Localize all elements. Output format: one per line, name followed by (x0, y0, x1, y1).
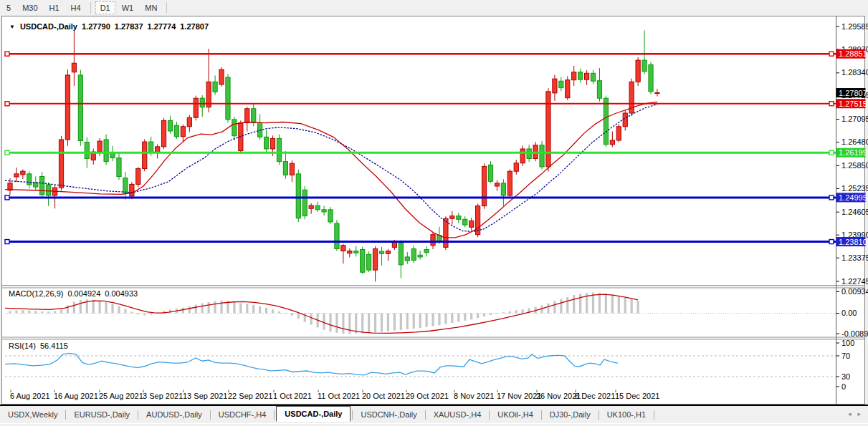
candle-body (495, 183, 499, 186)
date-label: 15 Dec 2021 (615, 392, 659, 400)
macd-histogram-bar (553, 301, 555, 313)
price-tick-label: 1.24605 (841, 208, 868, 216)
candle-body (354, 251, 358, 253)
date-label: 8 Nov 2021 (454, 392, 494, 400)
candle-body (469, 221, 474, 227)
candle-body (386, 251, 390, 254)
tab-usdcnh-daily[interactable]: USDCNH-,Daily (354, 408, 423, 421)
tab-scroll-right-icon[interactable]: ▸ (857, 410, 861, 417)
macd-histogram-bar (515, 310, 518, 313)
macd-histogram-bar (598, 293, 601, 314)
date-label: 6 Aug 2021 (10, 392, 50, 400)
macd-histogram-bar (41, 311, 43, 314)
candle-body (181, 127, 185, 137)
chart-canvas[interactable]: 1.295851.289701.283401.277251.270951.264… (0, 0, 868, 426)
tab-usdchf-h4[interactable]: USDCHF-,H4 (212, 408, 273, 421)
candle-body (27, 174, 32, 185)
macd-histogram-bar (272, 309, 274, 313)
macd-histogram-bar (579, 294, 581, 314)
candle-body (219, 69, 224, 84)
macd-histogram-bar (451, 314, 453, 323)
tab-ukoil-h4[interactable]: UKOil-,H4 (491, 408, 540, 421)
tab-dj30-daily[interactable]: DJ30-,Daily (543, 408, 597, 421)
candle-body (540, 145, 544, 167)
price-badge-label: 1.24995 (839, 193, 867, 202)
tab-usdx-weekly[interactable]: USDX,Weekly (1, 408, 64, 421)
candle-body (636, 60, 640, 82)
tab-scroll-left-icon[interactable]: ◂ (848, 410, 852, 417)
candle-body (361, 250, 365, 273)
macd-histogram-bar (28, 311, 30, 314)
line-handle[interactable] (5, 150, 9, 155)
macd-histogram-bar (387, 314, 389, 331)
line-handle[interactable] (829, 52, 834, 56)
macd-histogram-bar (611, 294, 614, 313)
candle-body (597, 81, 601, 98)
line-handle[interactable] (829, 102, 834, 106)
panel-splitter[interactable] (2, 286, 864, 289)
candle-body (72, 63, 76, 72)
macd-histogram-bar (394, 314, 396, 331)
candle-body (424, 250, 429, 253)
rsi-value: 56.4115 (40, 342, 68, 350)
line-handle[interactable] (829, 150, 834, 155)
candle-body (136, 169, 140, 185)
line-handle[interactable] (5, 240, 9, 244)
macd-histogram-bar (118, 306, 120, 314)
tab-audusd-daily[interactable]: AUDUSD-,Daily (140, 408, 209, 421)
collapse-triangle-icon[interactable]: ▼ (9, 24, 15, 30)
candle-body (373, 248, 377, 270)
rsi-axis-label: 30 (841, 372, 850, 381)
symbol-label: USDCAD-,Daily (20, 22, 77, 31)
candle-body (572, 72, 576, 80)
candle-body (623, 113, 627, 127)
candle-body (527, 149, 531, 159)
date-label: 1 Oct 2021 (273, 392, 312, 400)
macd-histogram-bar (490, 314, 492, 316)
candle-body (520, 149, 525, 163)
candle-body (444, 218, 448, 247)
macd-histogram-bar (413, 314, 415, 329)
macd-histogram-bar (297, 314, 300, 319)
macd-histogram-bar (483, 314, 485, 316)
line-handle[interactable] (829, 240, 834, 244)
candle-body (156, 147, 160, 153)
macd-histogram-bar (233, 301, 235, 313)
macd-histogram-bar (54, 311, 56, 314)
date-label: 22 Sep 2021 (228, 392, 272, 400)
candle-body (399, 243, 403, 265)
macd-histogram-bar (547, 304, 549, 314)
candle-body (335, 223, 339, 248)
line-handle[interactable] (5, 52, 9, 56)
candle-body (546, 92, 550, 167)
chart-title: ▼ USDCAD-,Daily 1.27790 1.27837 1.27774 … (9, 22, 209, 31)
candle-body (149, 142, 153, 153)
tab-usdcad-daily[interactable]: USDCAD-,Daily (276, 406, 350, 422)
macd-histogram-bar (265, 308, 267, 314)
candle-body (655, 92, 659, 93)
macd-histogram-bar (291, 314, 293, 316)
candle-body (302, 190, 307, 216)
macd-histogram-bar (540, 306, 543, 314)
macd-histogram-bar (631, 299, 633, 314)
price-tick-label: 1.25235 (841, 184, 868, 193)
tab-uk100-h1[interactable]: UK100-,H1 (601, 408, 652, 421)
line-handle[interactable] (829, 195, 834, 200)
macd-signal-value: 0.004933 (105, 289, 138, 298)
tab-eurusd-daily[interactable]: EURUSD-,Daily (67, 408, 136, 421)
candle-body (283, 162, 287, 175)
macd-histogram-bar (80, 300, 82, 314)
macd-histogram-bar (381, 314, 383, 332)
rsi-axis-label: 100 (841, 339, 854, 347)
rsi-indicator-label: RSI(14) 56.4115 (9, 342, 68, 350)
macd-histogram-bar (22, 310, 24, 313)
candle-body (610, 140, 614, 145)
line-handle[interactable] (5, 195, 9, 200)
tab-xauusd-h4[interactable]: XAUUSD-,H4 (427, 408, 488, 421)
line-handle[interactable] (5, 102, 9, 106)
macd-histogram-bar (342, 314, 344, 334)
date-label: 6 Dec 2021 (575, 392, 615, 400)
macd-histogram-bar (92, 300, 95, 314)
macd-name: MACD(12,26,9) (9, 289, 63, 298)
macd-histogram-bar (9, 311, 11, 313)
